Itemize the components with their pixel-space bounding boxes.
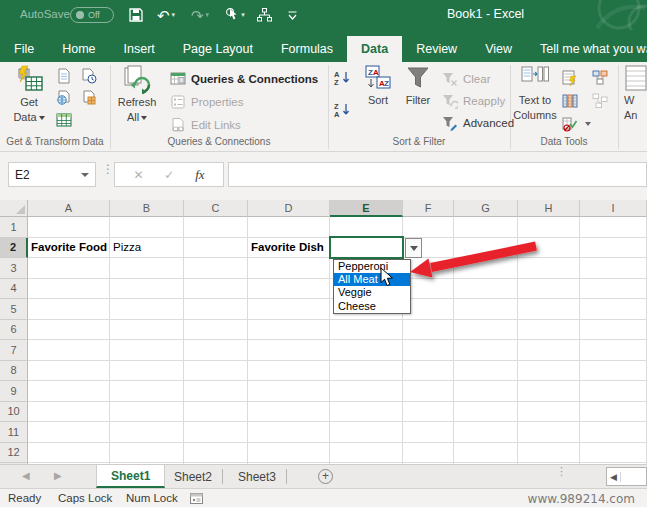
cell-B3[interactable] [110,258,184,279]
cell-G9[interactable] [454,381,518,402]
horizontal-scrollbar[interactable]: ◀ [606,467,647,486]
cell-I11[interactable] [580,422,647,443]
row-header-2[interactable]: 2 [0,238,28,259]
tab-page-layout[interactable]: Page Layout [169,36,267,62]
cell-G11[interactable] [454,422,518,443]
cell-D12[interactable] [248,443,330,464]
cell-A7[interactable] [28,340,110,361]
cell-D11[interactable] [248,422,330,443]
refresh-all-button[interactable]: Refresh All [114,64,160,134]
relationships-button[interactable] [592,93,608,109]
sheet-tab-sheet2[interactable]: Sheet2 [160,465,226,488]
cell-B10[interactable] [110,402,184,423]
dropdown-option-all-meat[interactable]: All Meat [334,273,410,286]
cell-B4[interactable] [110,279,184,300]
cell-D9[interactable] [248,381,330,402]
confirm-entry-button[interactable]: ✓ [164,168,174,182]
cell-C5[interactable] [184,299,248,320]
row-header-6[interactable]: 6 [0,320,28,341]
column-header-C[interactable]: C [184,200,248,217]
cell-G3[interactable] [454,258,518,279]
cell-A2[interactable]: Favorite Food [28,238,110,259]
cell-B11[interactable] [110,422,184,443]
qat-custom-button[interactable] [252,0,276,30]
get-data-button[interactable]: Get Data [6,64,52,134]
name-box[interactable]: E2 [8,162,96,187]
cell-C12[interactable] [184,443,248,464]
cell-I4[interactable] [580,279,647,300]
cell-B9[interactable] [110,381,184,402]
row-header-7[interactable]: 7 [0,340,28,361]
cell-D7[interactable] [248,340,330,361]
row-header-11[interactable]: 11 [0,422,28,443]
cell-B5[interactable] [110,299,184,320]
cell-D1[interactable] [248,217,330,238]
selected-cell-E2[interactable] [329,236,404,259]
cell-F7[interactable] [403,340,454,361]
tab-data[interactable]: Data [347,36,402,62]
cell-E1[interactable] [330,217,403,238]
sheet-nav-prev-icon[interactable]: ◀ [22,470,30,481]
cell-C2[interactable] [184,238,248,259]
cell-D5[interactable] [248,299,330,320]
tab-formulas[interactable]: Formulas [267,36,347,62]
sort-descending-button[interactable]: ZA [334,102,352,118]
column-header-B[interactable]: B [110,200,184,217]
cell-E7[interactable] [330,340,403,361]
data-validation-dropdown-button[interactable] [405,238,422,258]
properties-button[interactable]: Properties [170,94,243,110]
cell-H6[interactable] [518,320,580,341]
from-text-csv-button[interactable] [56,68,72,84]
cell-F10[interactable] [403,402,454,423]
row-header-3[interactable]: 3 [0,258,28,279]
sheet-tab-sheet1[interactable]: Sheet1 [96,465,165,488]
cell-G4[interactable] [454,279,518,300]
cell-H12[interactable] [518,443,580,464]
cell-F8[interactable] [403,361,454,382]
cell-F11[interactable] [403,422,454,443]
dropdown-option-veggie[interactable]: Veggie [334,286,410,299]
cell-H11[interactable] [518,422,580,443]
cell-H1[interactable] [518,217,580,238]
cell-E6[interactable] [330,320,403,341]
cell-A9[interactable] [28,381,110,402]
cell-B1[interactable] [110,217,184,238]
existing-connections-button[interactable] [81,90,97,106]
cell-I1[interactable] [580,217,647,238]
cell-I6[interactable] [580,320,647,341]
tab-review[interactable]: Review [402,36,471,62]
cell-I7[interactable] [580,340,647,361]
cell-A5[interactable] [28,299,110,320]
cell-G5[interactable] [454,299,518,320]
reapply-filter-button[interactable]: Reapply [442,93,505,109]
column-header-A[interactable]: A [28,200,110,217]
cell-A4[interactable] [28,279,110,300]
row-header-4[interactable]: 4 [0,279,28,300]
data-validation-button[interactable] [562,116,591,132]
cell-C10[interactable] [184,402,248,423]
cell-H8[interactable] [518,361,580,382]
cell-H5[interactable] [518,299,580,320]
select-all-corner[interactable] [0,200,28,217]
cell-E12[interactable] [330,443,403,464]
tab-insert[interactable]: Insert [110,36,169,62]
cell-I3[interactable] [580,258,647,279]
cell-D10[interactable] [248,402,330,423]
redo-button[interactable]: ↷▾ [186,0,214,30]
sheet-nav-next-icon[interactable]: ▶ [54,470,62,481]
tell-me-box[interactable]: Tell me what you wan [534,36,647,62]
tab-file[interactable]: File [0,36,48,62]
from-web-button[interactable] [56,90,72,106]
cell-D8[interactable] [248,361,330,382]
cell-H7[interactable] [518,340,580,361]
advanced-filter-button[interactable]: Advanced [442,115,514,131]
cell-H4[interactable] [518,279,580,300]
cell-B6[interactable] [110,320,184,341]
cell-E8[interactable] [330,361,403,382]
cell-B7[interactable] [110,340,184,361]
row-header-10[interactable]: 10 [0,402,28,423]
row-header-9[interactable]: 9 [0,381,28,402]
filter-button[interactable]: Filter [398,64,438,134]
cell-A6[interactable] [28,320,110,341]
sheet-tab-sheet3[interactable]: Sheet3 [224,465,290,488]
